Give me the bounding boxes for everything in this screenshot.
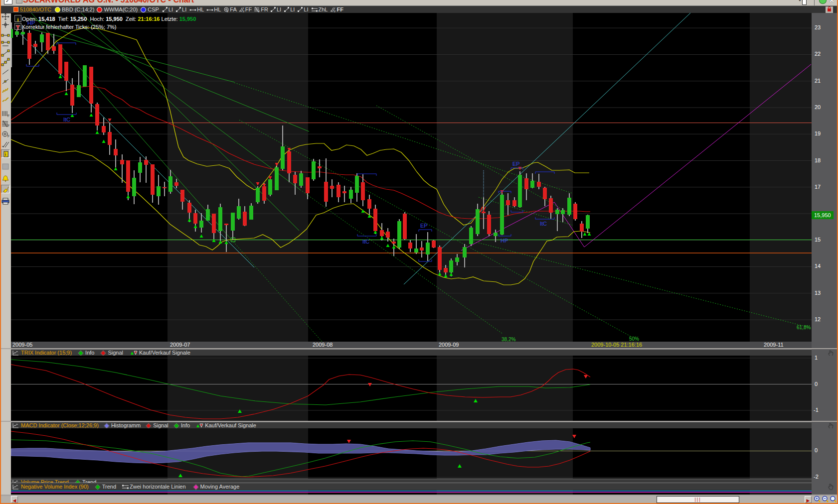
svg-text:ItC: ItC [63,117,70,123]
svg-text:38,2%: 38,2% [502,337,515,342]
svg-text:EP: EP [420,223,428,229]
svg-text:F: F [7,134,9,138]
svg-text:F: F [243,10,245,12]
svg-text:EP: EP [512,161,520,167]
svg-text:61,8%: 61,8% [797,325,811,330]
svg-text:F: F [334,10,336,12]
svg-text:i: i [5,152,6,157]
svg-text:ItC: ItC [362,239,369,245]
svg-text:50%: 50% [629,336,639,342]
svg-text:F: F [258,10,260,12]
svg-text:F: F [227,10,229,12]
svg-text:HP: HP [501,238,508,244]
svg-text:F: F [7,124,9,127]
svg-text:F: F [7,114,9,118]
svg-text:ItC: ItC [540,221,547,227]
